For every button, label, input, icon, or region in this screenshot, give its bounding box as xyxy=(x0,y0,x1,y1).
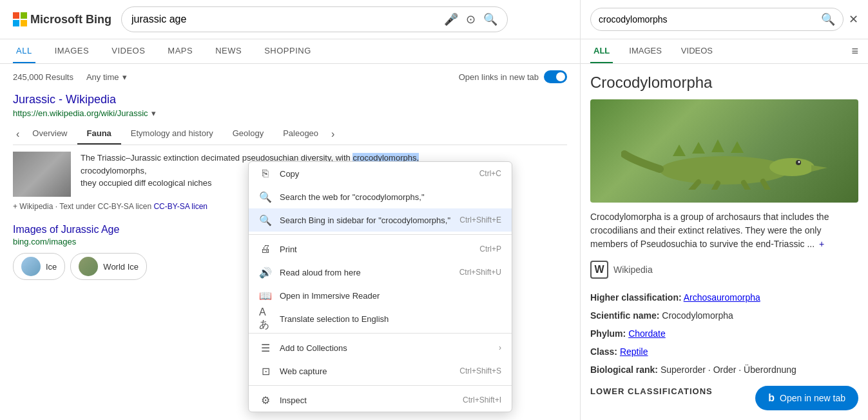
fact-bio-rank: Biological rank: Superorder · Order · Üb… xyxy=(590,361,858,379)
open-new-tab-switch[interactable] xyxy=(544,70,567,83)
sidebar-tab-videos[interactable]: VIDEOS xyxy=(678,39,716,63)
bing-logo: Microsoft Bing xyxy=(13,12,111,26)
translate-icon: Aあ xyxy=(259,312,272,325)
fact-higher-class-value[interactable]: Archosauromorpha xyxy=(684,292,760,303)
open-new-tab-label: Open links in new tab xyxy=(459,72,539,82)
sidebar-description: Crocodylomorpha is a group of archosaurs… xyxy=(590,210,858,251)
inspect-icon: ⚙ xyxy=(259,394,272,406)
context-web-capture[interactable]: ⊡ Web capture Ctrl+Shift+S xyxy=(249,359,512,383)
sidebar-animal-image xyxy=(590,99,858,203)
svg-point-3 xyxy=(798,161,800,163)
sidebar: crocodylomorphs 🔍 ✕ ALL IMAGES VIDEOS ≡ … xyxy=(580,0,868,420)
image-chip-ice[interactable]: Ice xyxy=(13,253,65,280)
wiki-url: https://en.wikipedia.org/wiki/Jurassic ▾ xyxy=(13,108,567,118)
logo-blue xyxy=(13,20,19,26)
search-bar[interactable]: jurassic age 🎤 ⊙ 🔍 xyxy=(121,6,508,32)
context-print[interactable]: 🖨 Print Ctrl+P xyxy=(249,237,512,261)
sub-tabs: ‹ Overview Fauna Etymology and history G… xyxy=(13,123,567,145)
sidebar-tab-all[interactable]: ALL xyxy=(590,39,613,63)
search-bing-icon: 🔍 xyxy=(259,214,272,226)
sidebar-title: Crocodylomorpha xyxy=(590,74,858,92)
sub-tab-overview[interactable]: Overview xyxy=(23,123,77,145)
wiki-w-icon: W xyxy=(590,261,608,279)
fact-higher-class: Higher classification: Archosauromorpha xyxy=(590,288,858,306)
wiki-credit-text: Wikipedia · Text under CC-BY-SA licen xyxy=(19,202,151,211)
time-filter[interactable]: Any time ▾ xyxy=(86,72,127,82)
sub-tab-prev[interactable]: ‹ xyxy=(13,125,23,143)
sub-tab-fauna[interactable]: Fauna xyxy=(77,123,121,145)
print-shortcut: Ctrl+P xyxy=(479,245,501,254)
fact-sci-name-value: Crocodylomorpha xyxy=(662,310,733,321)
sidebar-search-input[interactable]: crocodylomorphs xyxy=(599,14,821,25)
sidebar-expand[interactable]: + xyxy=(819,239,824,249)
images-link[interactable]: Images of Jurassic Age xyxy=(13,224,119,235)
nav-tabs: ALL IMAGES VIDEOS MAPS NEWS SHOPPING xyxy=(0,39,580,64)
fact-class: Class: Reptile xyxy=(590,343,858,361)
tab-all[interactable]: ALL xyxy=(13,39,35,63)
tab-videos[interactable]: VIDEOS xyxy=(108,39,148,63)
wiki-credit-link[interactable]: CC-BY-SA licen xyxy=(153,202,207,211)
fact-higher-class-label: Higher classification: xyxy=(590,292,682,303)
immersive-reader-label: Open in Immersive Reader xyxy=(280,291,501,301)
context-collections[interactable]: ☰ Add to Collections › xyxy=(249,336,512,359)
context-translate[interactable]: Aあ Translate selection to English xyxy=(249,307,512,330)
context-copy[interactable]: ⎘ Copy Ctrl+C xyxy=(249,162,512,185)
fact-phylum-label: Phylum: xyxy=(590,328,626,339)
immersive-reader-icon: 📖 xyxy=(259,289,272,302)
sub-tab-next[interactable]: › xyxy=(328,125,338,143)
search-button[interactable]: 🔍 xyxy=(483,12,497,26)
sidebar-search-icon[interactable]: 🔍 xyxy=(821,12,835,26)
print-icon: 🖨 xyxy=(259,243,272,255)
inspect-shortcut: Ctrl+Shift+I xyxy=(463,395,501,405)
wiki-link[interactable]: Jurassic - Wikipedia xyxy=(13,93,116,106)
sub-tab-etymology[interactable]: Etymology and history xyxy=(121,123,223,145)
open-new-tab-toggle: Open links in new tab xyxy=(459,70,567,83)
sidebar-menu-icon[interactable]: ≡ xyxy=(851,45,858,58)
search-input[interactable]: jurassic age xyxy=(131,14,444,25)
sidebar-header: crocodylomorphs 🔍 ✕ xyxy=(581,0,868,39)
camera-search-icon[interactable]: ⊙ xyxy=(466,12,476,26)
separator-2 xyxy=(249,333,512,334)
tab-maps[interactable]: MAPS xyxy=(164,39,196,63)
collections-icon: ☰ xyxy=(259,341,272,354)
fact-class-value[interactable]: Reptile xyxy=(620,346,648,357)
sidebar-tab-images[interactable]: IMAGES xyxy=(626,39,665,63)
fact-phylum-value[interactable]: Chordate xyxy=(628,328,666,339)
translate-label: Translate selection to English xyxy=(280,314,501,324)
context-read-aloud[interactable]: 🔊 Read aloud from here Ctrl+Shift+U xyxy=(249,261,512,284)
time-filter-caret: ▾ xyxy=(122,72,127,82)
collections-label: Add to Collections xyxy=(280,343,491,353)
wiki-image xyxy=(13,152,71,197)
sidebar-facts: Higher classification: Archosauromorpha … xyxy=(590,288,858,379)
fact-class-label: Class: xyxy=(590,346,617,357)
sub-tab-paleogeo[interactable]: Paleogeo xyxy=(273,123,328,145)
wiki-title: Jurassic - Wikipedia xyxy=(13,93,567,106)
separator-3 xyxy=(249,385,512,386)
wiki-url-caret[interactable]: ▾ xyxy=(151,108,156,118)
context-search-web[interactable]: 🔍 Search the web for "crocodylomorphs," xyxy=(249,185,512,208)
fact-sci-name: Scientific name: Crocodylomorpha xyxy=(590,306,858,325)
mic-icon[interactable]: 🎤 xyxy=(444,12,458,26)
search-web-label: Search the web for "crocodylomorphs," xyxy=(280,192,501,202)
fact-sci-name-label: Scientific name: xyxy=(590,310,659,321)
sidebar-search-bar[interactable]: crocodylomorphs 🔍 xyxy=(590,8,844,31)
logo-red xyxy=(13,12,19,19)
tab-shopping[interactable]: SHOPPING xyxy=(261,39,314,63)
image-chip-world-ice[interactable]: World Ice xyxy=(70,253,147,280)
read-aloud-shortcut: Ctrl+Shift+U xyxy=(459,268,501,277)
wiki-url-text: https://en.wikipedia.org/wiki/Jurassic xyxy=(13,108,148,118)
context-immersive-reader[interactable]: 📖 Open in Immersive Reader xyxy=(249,284,512,307)
header: Microsoft Bing jurassic age 🎤 ⊙ 🔍 xyxy=(0,0,580,39)
wiki-text2: crocodylomorphs, xyxy=(81,166,147,175)
main-area: Microsoft Bing jurassic age 🎤 ⊙ 🔍 ALL IM… xyxy=(0,0,580,420)
web-capture-shortcut: Ctrl+Shift+S xyxy=(459,366,501,375)
open-new-tab-button[interactable]: b Open in new tab xyxy=(755,386,858,410)
sub-tab-geology[interactable]: Geology xyxy=(223,123,273,145)
tab-images[interactable]: IMAGES xyxy=(52,39,93,63)
context-search-bing[interactable]: 🔍 Search Bing in sidebar for "crocodylom… xyxy=(249,208,512,232)
context-inspect[interactable]: ⚙ Inspect Ctrl+Shift+I xyxy=(249,388,512,412)
fact-phylum: Phylum: Chordate xyxy=(590,325,858,343)
wiki-image-placeholder xyxy=(13,152,71,197)
sidebar-close-button[interactable]: ✕ xyxy=(849,12,858,26)
tab-news[interactable]: NEWS xyxy=(212,39,245,63)
